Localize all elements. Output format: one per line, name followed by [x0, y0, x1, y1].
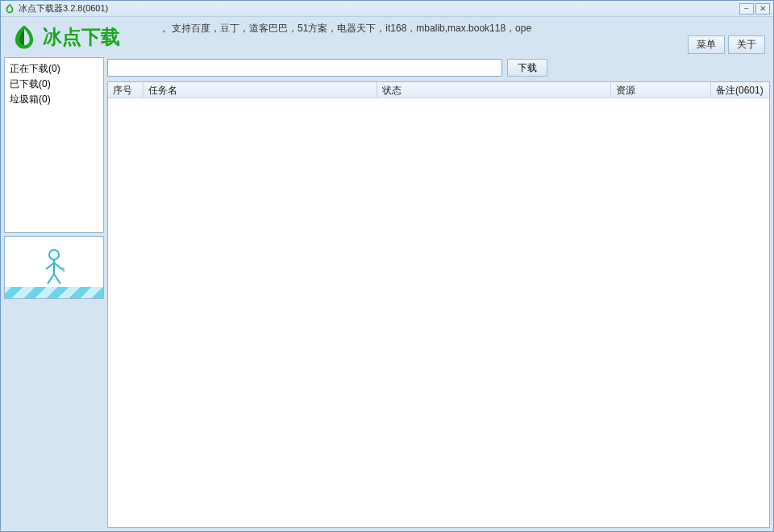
app-icon [4, 3, 15, 15]
logo-text: 冰点下载 [43, 24, 120, 50]
download-button[interactable]: 下载 [507, 59, 547, 77]
window-title: 冰点下载器3.2.8(0601) [19, 2, 108, 15]
svg-line-4 [48, 274, 54, 284]
header-band: 冰点下载 。支持百度，豆丁，道客巴巴，51方案，电器天下，it168，mbali… [1, 17, 773, 57]
sidebar-item-downloaded[interactable]: 已下载(0) [10, 77, 98, 92]
svg-point-0 [49, 250, 59, 260]
minimize-button[interactable]: − [739, 3, 754, 15]
col-status[interactable]: 状态 [377, 82, 611, 98]
col-taskname[interactable]: 任务名 [144, 82, 377, 98]
col-resource[interactable]: 资源 [611, 82, 711, 98]
table-body [108, 98, 769, 527]
svg-line-5 [54, 274, 60, 284]
marquee-text: 。支持百度，豆丁，道客巴巴，51方案，电器天下，it168，mbalib,max… [162, 22, 531, 35]
title-bar: 冰点下载器3.2.8(0601) − ✕ [1, 1, 773, 17]
about-button[interactable]: 关于 [728, 35, 765, 54]
sidebar-ad [4, 236, 104, 299]
body: 正在下载(0) 已下载(0) 垃圾箱(0) [1, 57, 773, 531]
header-buttons: 菜单 关于 [688, 35, 765, 54]
app-window: 冰点下载器3.2.8(0601) − ✕ 冰点下载 。支持百度，豆丁，道客巴巴，… [0, 0, 774, 532]
col-remark[interactable]: 备注(0601) [711, 82, 769, 98]
main-panel: 下载 序号 任务名 状态 资源 备注(0601) [107, 57, 770, 528]
sidebar-item-trash[interactable]: 垃圾箱(0) [10, 92, 98, 107]
download-table: 序号 任务名 状态 资源 备注(0601) [107, 81, 770, 528]
ad-stripe [5, 287, 103, 298]
svg-line-2 [46, 263, 54, 269]
sidebar-item-downloading[interactable]: 正在下载(0) [10, 61, 98, 77]
col-index[interactable]: 序号 [108, 82, 144, 98]
sidebar: 正在下载(0) 已下载(0) 垃圾箱(0) [4, 57, 104, 528]
close-button[interactable]: ✕ [755, 3, 770, 15]
logo: 冰点下载 [10, 23, 120, 51]
logo-icon [10, 23, 38, 51]
url-input[interactable] [107, 59, 502, 77]
table-header: 序号 任务名 状态 资源 备注(0601) [108, 82, 769, 98]
sidebar-list: 正在下载(0) 已下载(0) 垃圾箱(0) [4, 57, 104, 233]
url-row: 下载 [107, 57, 770, 78]
menu-button[interactable]: 菜单 [688, 35, 725, 54]
ad-figure-icon [38, 247, 70, 287]
